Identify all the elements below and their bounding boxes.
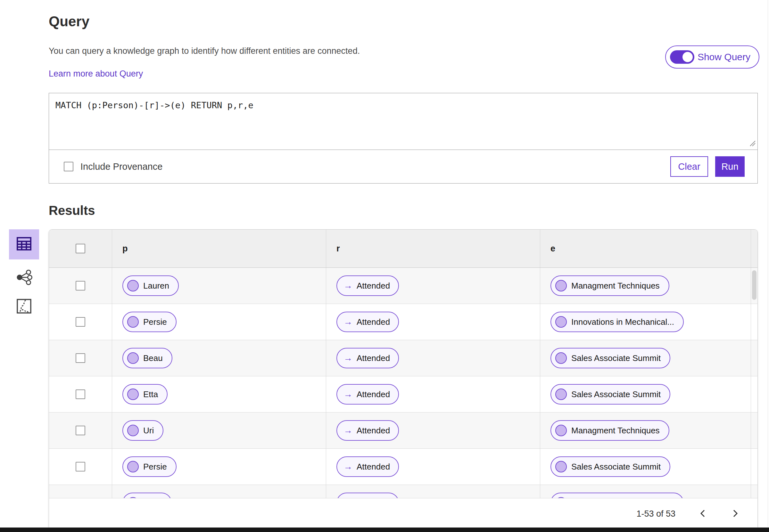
- node-circle-icon: [127, 316, 139, 328]
- node-pill[interactable]: Sales Associate Summit: [551, 348, 670, 368]
- show-query-label: Show Query: [698, 52, 750, 62]
- node-pill[interactable]: Managment Techniques: [551, 420, 669, 441]
- clear-button[interactable]: Clear: [670, 156, 708, 177]
- node-label: Innovations in Mechanical...: [571, 317, 674, 327]
- map-view-button[interactable]: [9, 297, 39, 317]
- row-checkbox[interactable]: [76, 317, 85, 327]
- node-pill[interactable]: Beau: [122, 348, 172, 368]
- results-title: Results: [49, 203, 758, 218]
- edge-pill[interactable]: → Attended: [336, 384, 399, 405]
- node-pill[interactable]: Uri: [122, 420, 163, 441]
- table-pagination: 1-53 of 53: [49, 498, 757, 529]
- node-pill[interactable]: Persie: [122, 312, 176, 332]
- learn-more-link[interactable]: Learn more about Query: [49, 69, 143, 79]
- node-pill[interactable]: Persie: [122, 456, 176, 477]
- window-bottom-bar: [0, 528, 769, 532]
- include-provenance-checkbox[interactable]: [64, 162, 73, 171]
- node-pill[interactable]: Lauren: [122, 275, 179, 296]
- node-pill[interactable]: Innovations in Mechanical...: [551, 312, 684, 332]
- node-circle-icon: [127, 352, 139, 364]
- node-circle-icon: [127, 425, 139, 436]
- vertical-scrollbar[interactable]: [752, 270, 757, 300]
- row-checkbox[interactable]: [76, 462, 85, 471]
- column-header-e: e: [540, 230, 751, 267]
- node-circle-icon: [555, 461, 567, 472]
- edge-label: Attended: [356, 281, 390, 291]
- arrow-right-icon: →: [343, 354, 352, 363]
- node-pill[interactable]: Sales Associate Summit: [551, 384, 670, 405]
- results-table: p r e Lauren → Attended Managment: [49, 229, 758, 530]
- query-panel-footer: Include Provenance Clear Run: [49, 150, 757, 183]
- scrollbar-gutter-cell: [751, 304, 757, 340]
- arrow-right-icon: →: [343, 390, 352, 399]
- node-circle-icon: [555, 280, 567, 291]
- arrow-right-icon: →: [343, 281, 352, 290]
- chevron-left-icon: [699, 509, 708, 519]
- page-title: Query: [49, 13, 758, 29]
- row-checkbox[interactable]: [76, 389, 85, 399]
- node-pill[interactable]: Innovations in Mechanical...: [551, 493, 684, 498]
- node-circle-icon: [555, 425, 567, 436]
- chevron-right-icon: [731, 509, 740, 519]
- resize-handle-icon[interactable]: [749, 140, 756, 148]
- edge-pill[interactable]: → Attended: [336, 348, 399, 368]
- scrollbar-gutter-cell: [751, 376, 757, 412]
- table-row: Beau → Attended Sales Associate Summit: [49, 340, 757, 376]
- edge-label: Attended: [356, 498, 390, 498]
- arrow-right-icon: →: [343, 426, 352, 435]
- node-circle-icon: [127, 280, 139, 291]
- query-description: You can query a knowledge graph to ident…: [49, 46, 758, 56]
- node-pill[interactable]: Etta: [122, 384, 168, 405]
- node-circle-icon: [555, 352, 567, 364]
- node-label: Beau: [143, 353, 163, 363]
- node-label: Innovations in Mechanical...: [571, 498, 674, 498]
- arrow-right-icon: →: [343, 462, 352, 471]
- row-checkbox[interactable]: [76, 426, 85, 435]
- row-checkbox[interactable]: [76, 353, 85, 363]
- scrollbar-gutter-header: [751, 230, 758, 267]
- node-pill[interactable]: Larry: [122, 493, 172, 498]
- query-input[interactable]: MATCH (p:Person)-[r]->(e) RETURN p,r,e: [49, 93, 757, 150]
- node-pill[interactable]: Sales Associate Summit: [551, 456, 670, 477]
- switch-knob: [683, 52, 693, 62]
- edge-pill[interactable]: → Attended: [336, 275, 399, 296]
- node-label: Etta: [143, 389, 158, 399]
- edge-label: Attended: [356, 353, 390, 363]
- node-label: Lauren: [143, 281, 169, 291]
- node-pill[interactable]: Managment Techniques: [551, 275, 669, 296]
- edge-pill[interactable]: → Attended: [336, 493, 399, 498]
- next-page-button[interactable]: [731, 509, 740, 519]
- edge-pill[interactable]: → Attended: [336, 456, 399, 477]
- pagination-range-label: 1-53 of 53: [636, 509, 675, 519]
- node-label: Managment Techniques: [571, 426, 660, 436]
- node-label: Larry: [143, 498, 162, 498]
- node-circle-icon: [555, 316, 567, 328]
- graph-view-button[interactable]: [9, 268, 39, 288]
- show-query-toggle[interactable]: Show Query: [665, 45, 759, 69]
- table-view-button[interactable]: [9, 229, 39, 259]
- table-row: Lauren → Attended Managment Techniques: [49, 268, 757, 304]
- table-row: Persie → Attended Sales Associate Summit: [49, 449, 757, 485]
- select-all-checkbox[interactable]: [76, 244, 85, 253]
- show-query-switch-icon[interactable]: [670, 50, 694, 64]
- row-checkbox[interactable]: [76, 281, 85, 291]
- view-switcher: [9, 229, 39, 317]
- node-circle-icon: [127, 461, 139, 472]
- graph-nodes-icon: [16, 269, 32, 287]
- scrollbar-gutter-cell: [751, 413, 757, 448]
- table-row: Larry → Attended Innovations in Mechanic…: [49, 485, 757, 498]
- node-label: Persie: [143, 317, 167, 327]
- table-icon: [17, 237, 31, 252]
- node-circle-icon: [555, 389, 567, 400]
- node-circle-icon: [127, 389, 139, 400]
- previous-page-button[interactable]: [699, 509, 708, 519]
- query-page: Query You can query a knowledge graph to…: [0, 0, 769, 530]
- edge-pill[interactable]: → Attended: [336, 312, 399, 332]
- node-label: Persie: [143, 462, 167, 472]
- node-label: Sales Associate Summit: [571, 462, 661, 472]
- scrollbar-gutter-cell: [751, 485, 757, 498]
- run-button[interactable]: Run: [715, 156, 745, 177]
- edge-label: Attended: [356, 426, 390, 436]
- column-header-p: p: [112, 230, 326, 267]
- edge-pill[interactable]: → Attended: [336, 420, 399, 441]
